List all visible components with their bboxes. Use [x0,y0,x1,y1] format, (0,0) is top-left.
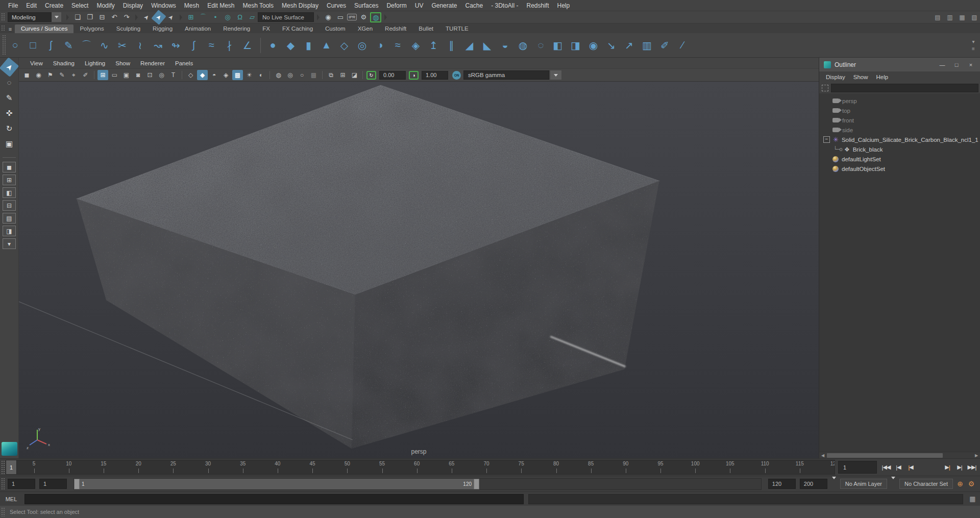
fillet-curve-icon[interactable]: ≈ [203,36,220,55]
menu-display[interactable]: Display [119,2,147,9]
rotate-tool-button[interactable]: ↻ [2,121,16,135]
four-pane-layout-button[interactable]: ⊞ [3,175,16,185]
go-to-start-button[interactable]: |◀◀ [880,459,892,476]
outliner-menu-show[interactable]: Show [849,74,872,80]
current-frame-marker[interactable]: 1 [6,460,17,474]
menu-edit-mesh[interactable]: Edit Mesh [203,2,238,9]
snap-to-projected-center-icon[interactable]: ◎ [222,12,233,22]
snap-to-grid-icon[interactable]: ⊞ [185,12,197,22]
outliner-title-bar[interactable]: Outliner —□× [819,58,980,71]
animation-start-field[interactable]: 1 [8,479,35,489]
menu-set-selector[interactable]: Modeling [8,12,52,22]
panel-menu-shading[interactable]: Shading [48,60,80,66]
detach-surfaces-icon[interactable]: ↗ [621,36,638,55]
scroll-right-icon[interactable]: ▶ [973,453,980,458]
shelf-tab-curves-surfaces[interactable]: Curves / Surfaces [15,24,74,33]
paint-select-tool-button[interactable]: ✎ [2,91,16,105]
layout-menu-button[interactable]: ▾ [3,238,16,249]
shelf-tab-redshift[interactable]: Redshift [379,24,412,33]
surface-editing-icon[interactable]: ∕ [674,36,691,55]
gamma-icon[interactable]: ◑ [409,71,419,80]
cv-curve-tool-icon[interactable]: ʃ [42,36,59,55]
nurbs-square-icon[interactable]: □ [24,36,41,55]
viewport-canvas[interactable]: y x z persp [19,82,819,458]
shelf-tab-animation[interactable]: Animation [179,24,217,33]
outliner-item-solid-calcium-silicate-brick-carbon-black-ncl1-1[interactable]: −✳Solid_Calcium_Silicate_Brick_Carbon_Bl… [819,135,980,144]
play-backwards-button[interactable] [917,459,929,476]
gamma-field[interactable]: 1.00 [422,71,448,80]
nurbs-cube-icon[interactable]: ◆ [282,36,299,55]
menu-help[interactable]: Help [553,2,574,9]
use-all-lights-icon[interactable]: ☀ [244,70,255,80]
anim-layer-dropdown-icon[interactable] [832,479,836,488]
menu-file[interactable]: File [4,2,22,9]
drag-handle[interactable] [1,25,5,32]
menu-modify[interactable]: Modify [92,2,118,9]
outliner-item-brick-black[interactable]: └─o❖Brick_black [819,144,980,154]
grid-toggle-icon[interactable]: ⊞ [97,70,108,80]
snap-to-point-icon[interactable]: • [210,12,221,22]
redo-icon[interactable]: ↷ [121,12,132,22]
nurbs-torus-icon[interactable]: ◎ [354,36,371,55]
render-view-icon[interactable]: ◍ [370,12,381,22]
range-start-handle[interactable] [74,479,80,489]
group-separator[interactable] [317,14,320,20]
playback-end-field[interactable]: 120 [768,479,796,489]
maya-logo-icon[interactable] [2,442,17,456]
bezier-curve-tool-icon[interactable]: ∿ [96,36,113,55]
group-separator[interactable] [66,14,69,20]
attribute-editor-toggle-icon[interactable]: ▥ [944,12,955,22]
motion-blur-icon[interactable]: ◎ [285,70,296,80]
render-region-icon[interactable]: ▭ [335,12,346,22]
menu-redshift[interactable]: Redshift [523,2,553,9]
view-transform-dropdown[interactable]: sRGB gamma [463,70,549,80]
drag-handle[interactable] [1,507,5,516]
trim-icon[interactable]: ◍ [514,36,531,55]
depth-peeling-icon[interactable]: ▩ [308,70,319,80]
scroll-left-icon[interactable]: ◀ [819,453,826,458]
sculpt-tool-icon[interactable]: ✐ [656,36,673,55]
menu-cache[interactable]: Cache [461,2,487,9]
revolve-icon[interactable]: ◑ [372,36,388,55]
outliner-item-defaultobjectset[interactable]: defaultObjectSet [819,164,980,174]
drag-handle[interactable] [2,35,6,56]
untrim-icon[interactable]: ◌ [532,36,549,55]
menu-mesh-tools[interactable]: Mesh Tools [239,2,278,9]
shelf-tab-custom[interactable]: Custom [319,24,352,33]
step-forward-key-button[interactable]: ▶| [941,459,953,476]
shelf-tab-xgen[interactable]: XGen [352,24,379,33]
close-button[interactable]: × [964,59,978,70]
anim-layer-selector[interactable]: No Anim Layer [840,479,887,489]
persp-graph-layout-button[interactable]: ⊟ [3,200,16,211]
color-management-toggle[interactable]: ON [452,71,461,80]
modeling-toolkit-toggle-icon[interactable]: ▧ [969,12,980,22]
panel-menu-view[interactable]: View [25,60,48,66]
drag-handle[interactable] [1,13,5,21]
menu-deform[interactable]: Deform [382,2,410,9]
offset-curve-icon[interactable]: ∫ [185,36,202,55]
film-gate-icon[interactable]: ▭ [109,70,120,80]
select-tool-button[interactable]: ➤ [0,57,19,77]
lasso-select-tool-button[interactable]: ◌ [2,76,16,89]
project-curve-icon[interactable]: ◒ [497,36,513,55]
command-language-toggle[interactable]: MEL [3,496,20,502]
drag-handle[interactable] [1,478,5,490]
camera-attributes-icon[interactable]: ◉ [33,70,44,80]
shelf-tab-turtle[interactable]: TURTLE [439,24,475,33]
script-editor-icon[interactable]: ▦ [968,494,977,504]
image-plane-icon[interactable]: ✐ [80,70,91,80]
boolean-difference-icon[interactable]: ◨ [567,36,584,55]
make-live-icon[interactable]: Ω [234,12,246,22]
bookmark-icon[interactable]: ⚑ [45,70,56,80]
new-scene-icon[interactable]: ❏ [72,12,83,22]
menu-3dtoall[interactable]: - 3DtoAll - [487,2,522,9]
pane-layout-icon[interactable]: ⊞ [337,70,348,80]
snapshot-icon[interactable]: ◪ [349,70,360,80]
menu-select[interactable]: Select [67,2,92,9]
range-end-handle[interactable] [474,479,479,489]
detach-curves-icon[interactable]: ↝ [150,36,166,55]
drag-handle[interactable] [1,460,5,474]
safe-title-icon[interactable]: T [168,70,179,80]
panel-menu-renderer[interactable]: Renderer [135,60,170,66]
animation-end-field[interactable]: 200 [800,479,827,489]
